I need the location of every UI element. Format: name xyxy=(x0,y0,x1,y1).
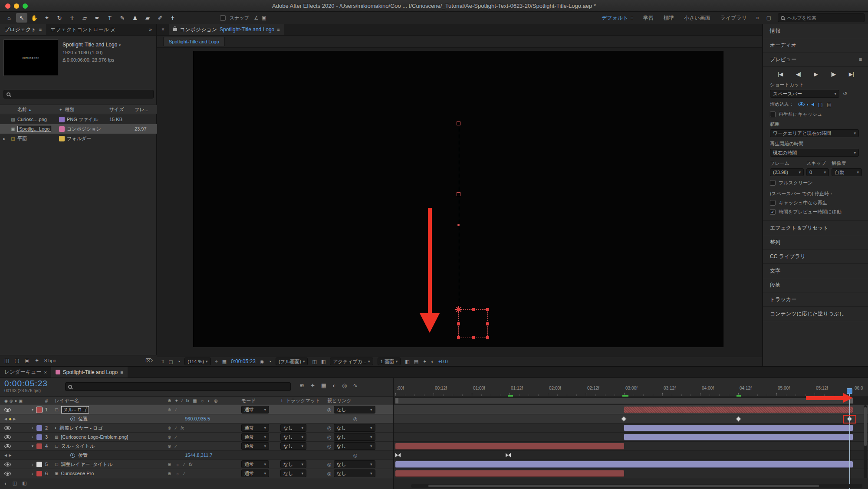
minimize-window-button[interactable] xyxy=(14,3,19,9)
trackmatte-dropdown[interactable]: なし▾ xyxy=(280,460,306,468)
quality-switch-icon[interactable]: ∕ xyxy=(175,407,176,412)
label-color-chip[interactable] xyxy=(36,425,42,431)
workspace-small-screen[interactable]: 小さい画面 xyxy=(680,13,715,23)
work-area-bar[interactable] xyxy=(395,398,853,404)
include-audio-speaker-icon[interactable] xyxy=(811,103,814,106)
expand-layer-switches-icon[interactable]: ◐ xyxy=(4,481,7,486)
collapse-switch-icon[interactable]: ⊕ xyxy=(168,444,171,449)
twirl-closed-icon[interactable]: › xyxy=(29,426,36,430)
skip-dropdown[interactable]: 0▾ xyxy=(806,168,829,176)
label-color-chip[interactable] xyxy=(36,443,42,449)
switches-header-icon[interactable]: ✦ xyxy=(174,398,178,403)
label-color-chip[interactable] xyxy=(36,462,42,467)
project-search-input[interactable] xyxy=(13,92,151,97)
parent-pickwhip-icon[interactable]: ◎ xyxy=(327,462,332,467)
resolution-dropdown[interactable]: (フル画面)▾ xyxy=(276,358,308,365)
parent-dropdown[interactable]: なし▾ xyxy=(334,442,375,450)
collapse-switch-icon[interactable]: ⊕ xyxy=(168,435,171,440)
panel-content-aware-fill[interactable]: コンテンツに応じた塗りつぶし xyxy=(763,307,868,321)
collapse-switch-icon[interactable]: ⊕ xyxy=(168,471,171,476)
pan-behind-tool-icon[interactable]: ✛ xyxy=(66,13,78,23)
magnification-dropdown[interactable]: (114 %)▾ xyxy=(184,358,210,365)
guides-icon[interactable]: ▢ xyxy=(168,359,173,364)
hand-tool-icon[interactable]: ✋ xyxy=(29,13,40,23)
eye-icon[interactable] xyxy=(4,435,11,439)
selection-handle[interactable] xyxy=(472,308,475,311)
camera-dropdown[interactable]: アクティブカ...▾ xyxy=(330,358,373,365)
parent-dropdown[interactable]: なし▾ xyxy=(334,469,375,477)
previous-frame-button[interactable]: ◀| xyxy=(796,71,801,77)
column-type[interactable]: ✦種類 xyxy=(59,106,109,113)
project-search-box[interactable] xyxy=(3,90,154,98)
play-cached-checkbox[interactable] xyxy=(770,200,776,206)
include-overlays-icon[interactable]: ▢ xyxy=(818,102,823,108)
play-button[interactable]: ▶ xyxy=(814,71,818,77)
hide-shy-layers-icon[interactable]: ▦ xyxy=(321,382,326,389)
puppet-pin-tool-icon[interactable]: ✝ xyxy=(167,13,178,23)
selection-handle[interactable] xyxy=(486,336,489,339)
new-folder-icon[interactable]: ▢ xyxy=(14,358,19,364)
resolution-preview-dropdown[interactable]: 自動▾ xyxy=(832,168,862,176)
parent-pickwhip-icon[interactable]: ◎ xyxy=(327,407,332,413)
horizontal-scrollbar[interactable] xyxy=(411,484,862,488)
parent-dropdown[interactable]: なし▾ xyxy=(334,433,375,441)
view-layout-dropdown[interactable]: 1 画面▾ xyxy=(378,358,401,365)
trackmatte-dropdown[interactable]: なし▾ xyxy=(280,469,306,477)
project-row[interactable]: ▨ Curiosc....png PNG ファイル 15 KB xyxy=(0,115,157,124)
layer-bar-2[interactable] xyxy=(624,425,853,431)
quality-switch-icon[interactable]: ∕ xyxy=(175,435,176,440)
trackmatte-dropdown[interactable]: なし▾ xyxy=(280,442,306,450)
column-parent[interactable]: 親とリンク xyxy=(327,397,388,404)
pen-tool-icon[interactable]: ✒ xyxy=(92,13,103,23)
switches-header-icon[interactable]: ▦ xyxy=(193,398,197,403)
column-name[interactable]: 名前 ▲ xyxy=(17,106,59,113)
layer-row-5[interactable]: › 5 ▢調整レイヤー -タイトル ⊕☼∕fx 通常▾ なし▾ ◎なし▾ xyxy=(0,460,393,469)
frame-blending-icon[interactable]: ◐ xyxy=(332,382,336,389)
keyframe-next-icon[interactable]: ▶ xyxy=(13,417,16,421)
vertical-scrollbar[interactable] xyxy=(864,405,867,478)
layer-bar-1[interactable] xyxy=(624,407,853,413)
layer-row-1[interactable]: ▾ 1 ▢ヌル - ロゴ ⊕∕ 通常▾ ◎なし▾ xyxy=(0,405,393,414)
switches-header-icon[interactable]: ◐ xyxy=(208,398,210,403)
roto-brush-tool-icon[interactable]: ✐ xyxy=(155,13,166,23)
layer-row-3[interactable]: › 3 ▨[Curioscene Logo-Emblem.png] ⊕∕ 通常▾… xyxy=(0,433,393,442)
tab-project[interactable]: プロジェクト ≡ xyxy=(0,24,46,35)
label-color-chip[interactable] xyxy=(59,117,65,122)
first-frame-button[interactable]: |◀ xyxy=(778,71,783,77)
workspace-learn[interactable]: 学習 xyxy=(639,13,658,23)
composition-viewer[interactable] xyxy=(157,48,762,357)
audio-column-icon[interactable]: ◎ xyxy=(10,399,13,403)
help-search-box[interactable] xyxy=(778,13,865,22)
trackmatte-dropdown[interactable]: なし▾ xyxy=(280,424,306,432)
expand-in-out-icon[interactable]: ◧ xyxy=(22,480,26,486)
workspace-bar-icon[interactable]: ▢ xyxy=(764,15,774,21)
interpret-footage-icon[interactable]: ◫ xyxy=(4,358,9,364)
eye-icon[interactable] xyxy=(4,426,11,430)
toggle-mask-icon[interactable]: ◧ xyxy=(321,359,326,364)
timeline-button-icon[interactable]: ▤ xyxy=(414,359,418,364)
eraser-tool-icon[interactable]: ▰ xyxy=(142,13,153,23)
panel-align[interactable]: 整列 xyxy=(763,235,868,249)
panel-menu-icon[interactable]: ≡ xyxy=(39,27,42,32)
label-color-chip[interactable] xyxy=(36,407,42,413)
brush-tool-icon[interactable]: ✎ xyxy=(117,13,128,23)
panel-tracker[interactable]: トラッカー xyxy=(763,292,868,307)
effects-switch-icon[interactable]: fx xyxy=(189,462,192,467)
tab-timeline-comp[interactable]: Spotlight-Title and Logo ≡ xyxy=(51,367,128,377)
trash-icon[interactable]: ⌦ xyxy=(145,358,153,364)
tab-effect-controls[interactable]: エフェクトコントロール ヌ xyxy=(46,24,120,35)
workspace-libraries[interactable]: ライブラリ xyxy=(716,13,751,23)
parent-pickwhip-icon[interactable]: ◎ xyxy=(327,443,332,449)
label-color-chip[interactable] xyxy=(59,126,65,132)
parent-pickwhip-icon[interactable]: ◎ xyxy=(327,471,332,476)
time-ruler[interactable]: :00f 00:12f 01:00f 01:12f 02:00f 02:12f … xyxy=(394,378,868,396)
eye-icon[interactable] xyxy=(4,463,11,466)
framerate-dropdown[interactable]: (23.98)▾ xyxy=(770,168,804,176)
graph-editor-icon[interactable]: ∿ xyxy=(353,382,358,389)
stopwatch-icon[interactable] xyxy=(70,417,75,421)
snap-grid-icon[interactable]: ▣ xyxy=(262,15,266,21)
channels-icon[interactable]: ◔ xyxy=(178,359,181,364)
region-of-interest-icon[interactable]: ⌖ xyxy=(215,359,218,364)
layer-row-6[interactable]: › 6 ▣Curioscene Pro ⊕☼∕ 通常▾ なし▾ ◎なし▾ xyxy=(0,469,393,478)
label-color-chip[interactable] xyxy=(36,471,42,476)
